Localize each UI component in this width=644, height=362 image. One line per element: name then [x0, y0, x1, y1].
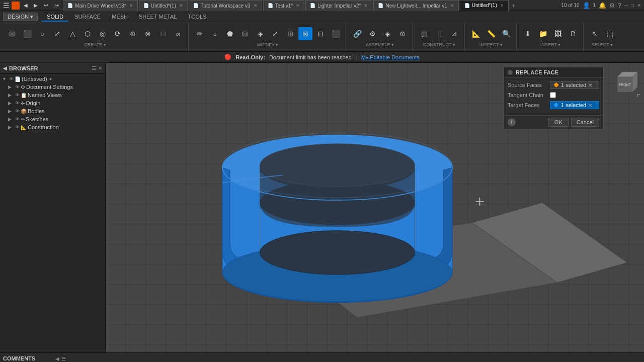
minimize-btn[interactable]: ─	[624, 3, 628, 8]
canvas-btn[interactable]: 🗋	[566, 27, 580, 40]
add-tab-btn[interactable]: +	[510, 2, 518, 10]
comments-label: COMMENTS	[3, 355, 53, 361]
tab-new-lightwei[interactable]: 📄 New Lightweit... Impellar v1 ✕	[373, 0, 458, 11]
insert-svg-btn[interactable]: 📁	[536, 27, 550, 40]
tab-close-6[interactable]: ✕	[500, 3, 504, 8]
select-btn[interactable]: ↖	[588, 27, 602, 40]
sweep-btn[interactable]: ⤢	[50, 27, 64, 40]
tangent-chain-checkbox[interactable]	[550, 92, 556, 98]
split-face-btn[interactable]: ⊟	[313, 27, 328, 40]
curvature-btn[interactable]: 🔍	[499, 27, 513, 40]
measure-btn[interactable]: 📐	[469, 27, 483, 40]
tab-icon: 📄	[310, 3, 315, 8]
collapse-sidebar-icon[interactable]: ◀	[3, 65, 7, 71]
editable-docs-link[interactable]: My Editable Documents	[361, 54, 420, 60]
tab-tutorial-workspace[interactable]: 📄 Tutorial Workspace v3 ✕	[189, 0, 262, 11]
tree-item-named-views[interactable]: ▶ 👁 📋 Named Views	[6, 91, 105, 99]
joint-origin-btn[interactable]: ◈	[380, 27, 394, 40]
press-pull-btn[interactable]: ✏	[193, 27, 207, 40]
web-btn[interactable]: ◎	[96, 27, 110, 40]
rigid-group-btn[interactable]: ⊕	[395, 27, 410, 40]
design-menu-btn[interactable]: DESIGN ▾	[3, 13, 38, 21]
toolbar-tab-solid[interactable]: SOLID	[42, 13, 68, 22]
toolbar-tab-tools[interactable]: TOOLS	[183, 13, 211, 22]
eye-icon-root: 👁	[9, 76, 14, 81]
ring-body	[222, 133, 452, 303]
tab-close-2[interactable]: ✕	[254, 3, 258, 8]
sidebar: ◀ BROWSER ☰ ✕ ▼ 👁 📄 (Unsaved) ● ▶ 👁 ⚙ Do…	[0, 63, 106, 352]
tab-test[interactable]: 📄 Test v1* ✕	[263, 0, 305, 11]
interference-btn[interactable]: 📏	[484, 27, 498, 40]
eye-icon-doc: 👁	[15, 84, 20, 89]
shell-btn[interactable]: ⊡	[238, 27, 252, 40]
fillet-btn[interactable]: ⬦	[208, 27, 222, 40]
new-component-btn[interactable]: ⊞	[5, 27, 19, 40]
thread-btn[interactable]: ⊗	[141, 27, 155, 40]
cancel-button[interactable]: Cancel	[571, 118, 599, 127]
settings-icon[interactable]: ⚙	[609, 2, 615, 9]
tab-main-drive-wheel[interactable]: 📄 Main Drive Wheel v18* ✕	[63, 0, 138, 11]
tree-item-root[interactable]: ▼ 👁 📄 (Unsaved) ●	[0, 75, 105, 83]
joint-btn[interactable]: 🔗	[350, 27, 364, 40]
close-btn[interactable]: ✕	[637, 3, 641, 8]
back-btn[interactable]: ◀	[22, 2, 30, 9]
help-icon[interactable]: ?	[618, 2, 621, 9]
undo-btn[interactable]: ↩	[42, 2, 50, 9]
chamfer-btn[interactable]: ⬟	[223, 27, 237, 40]
box-btn[interactable]: □	[156, 27, 170, 40]
browser-close-btn[interactable]: ✕	[98, 65, 102, 71]
target-faces-clear-btn[interactable]: ✕	[588, 103, 592, 108]
browser-title: BROWSER	[9, 65, 90, 71]
cylinder-btn[interactable]: ⌀	[171, 27, 185, 40]
tree-item-construction[interactable]: ▶ 👁 📐 Construction	[6, 123, 105, 131]
viewport[interactable]: FRONT REPLACE FACE Source Faces 🔶 1 sele…	[106, 63, 644, 352]
draft-btn[interactable]: ◈	[253, 27, 267, 40]
toolbar-tab-sheet-metal[interactable]: SHEET METAL	[134, 13, 182, 22]
emboss-btn[interactable]: ⟳	[111, 27, 125, 40]
as-built-joint-btn[interactable]: ⚙	[365, 27, 379, 40]
source-faces-clear-btn[interactable]: ✕	[588, 82, 592, 88]
rib-btn[interactable]: ⬡	[80, 27, 95, 40]
scale-btn[interactable]: ⤢	[268, 27, 282, 40]
tab-lighter-impellar[interactable]: 📄 Lighter Impellar v2* ✕	[305, 0, 372, 11]
info-icon[interactable]: i	[508, 118, 516, 126]
notifications-icon[interactable]: 🔔	[599, 2, 606, 9]
tree-item-bodies[interactable]: ▶ 👁 📦 Bodies	[6, 107, 105, 115]
redo-btn[interactable]: ↪	[52, 2, 61, 9]
view-cube[interactable]: FRONT	[610, 67, 640, 97]
revolve-btn[interactable]: ○	[35, 27, 49, 40]
comments-menu-icon[interactable]: ☰	[61, 356, 66, 361]
offset-plane-btn[interactable]: ▦	[417, 27, 431, 40]
user-count: 1	[593, 3, 596, 8]
tab-untitled-1[interactable]: 📄 Untitled*(1) ✕	[139, 0, 188, 11]
tab-close-0[interactable]: ✕	[129, 3, 133, 8]
browser-options-btn[interactable]: ☰	[92, 65, 96, 71]
tab-close-4[interactable]: ✕	[364, 3, 368, 8]
tree-item-doc-settings[interactable]: ▶ 👁 ⚙ Document Settings	[6, 83, 105, 91]
window-select-btn[interactable]: ⬚	[603, 27, 617, 40]
panel-close-dot[interactable]	[508, 70, 513, 75]
angle-plane-btn[interactable]: ∥	[432, 27, 446, 40]
comments-expand-icon[interactable]: ◀	[55, 356, 59, 361]
replace-face-btn active[interactable]: ⊠	[298, 27, 312, 40]
tab-untitled-active[interactable]: 📄 Untitled*(1) ✕	[460, 0, 509, 11]
loft-btn[interactable]: △	[65, 27, 79, 40]
extrude-btn[interactable]: ⬛	[20, 27, 34, 40]
toolbar-tab-mesh[interactable]: MESH	[107, 13, 133, 22]
decal-btn[interactable]: 🖼	[551, 27, 565, 40]
app-menu-icon[interactable]: ☰	[3, 2, 10, 10]
combine-btn[interactable]: ⊞	[283, 27, 297, 40]
tab-close-3[interactable]: ✕	[296, 3, 300, 8]
split-body-btn[interactable]: ⬛	[329, 27, 343, 40]
maximize-btn[interactable]: □	[631, 3, 634, 8]
toolbar-tab-surface[interactable]: SURFACE	[69, 13, 106, 22]
tree-item-origin[interactable]: ▶ 👁 ✛ Origin	[6, 99, 105, 107]
ok-button[interactable]: OK	[548, 118, 569, 127]
tab-close-5[interactable]: ✕	[450, 3, 454, 8]
tree-item-sketches[interactable]: ▶ 👁 ✏ Sketches	[6, 115, 105, 123]
tab-close-1[interactable]: ✕	[179, 3, 183, 8]
midplane-btn[interactable]: ⊿	[447, 27, 461, 40]
hole-btn[interactable]: ⊕	[126, 27, 140, 40]
forward-btn[interactable]: ▶	[32, 2, 40, 9]
insert-mesh-btn[interactable]: ⬇	[521, 27, 535, 40]
